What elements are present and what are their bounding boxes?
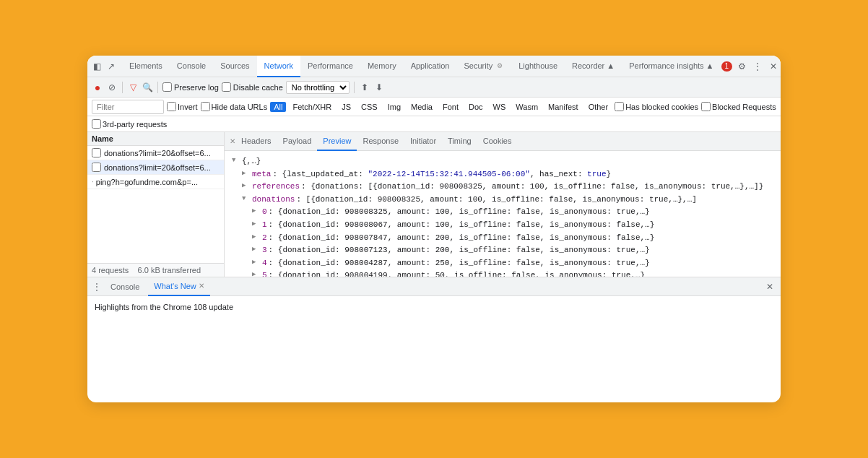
tab-elements[interactable]: Elements (122, 56, 170, 77)
settings-icon[interactable]: ⚙ (735, 60, 748, 73)
filter-all-btn[interactable]: All (270, 102, 286, 112)
blocked-requests-label[interactable]: Blocked Requests (701, 102, 776, 111)
has-blocked-cookies-checkbox[interactable] (615, 102, 624, 111)
hide-data-urls-checkbox[interactable] (201, 102, 210, 111)
request-dot-icon: · (92, 178, 94, 186)
tab-response[interactable]: Response (357, 132, 404, 151)
third-party-label[interactable]: 3rd-party requests (92, 119, 167, 129)
json-triangle-6[interactable]: ▶ (252, 232, 259, 242)
filter-icon[interactable]: ▽ (127, 82, 139, 93)
filter-wasm-btn[interactable]: Wasm (512, 102, 542, 112)
tab-performance-insights[interactable]: Performance insights ▲ (622, 56, 721, 77)
record-icon[interactable]: ● (92, 82, 103, 93)
filter-css-btn[interactable]: CSS (357, 102, 381, 112)
disable-cache-label[interactable]: Disable cache (222, 82, 283, 92)
hide-data-urls-label[interactable]: Hide data URLs (201, 102, 268, 111)
invert-label[interactable]: Invert (167, 102, 198, 111)
tab-memory[interactable]: Memory (360, 56, 404, 77)
tab-cookies[interactable]: Cookies (477, 132, 518, 151)
request-item-3[interactable]: · ping?h=gofundme.com&p=... (87, 175, 224, 189)
json-line-3: ▼ donations : [{donation_id: 908008325, … (232, 194, 773, 207)
main-area: Name donations?limit=20&offset=6... dona… (87, 132, 781, 277)
json-triangle-9[interactable]: ▶ (252, 269, 259, 277)
open-icon[interactable]: ↗ (105, 60, 118, 73)
json-triangle-1[interactable]: ▶ (242, 168, 249, 178)
filter-doc-btn[interactable]: Doc (465, 102, 487, 112)
tab-timing[interactable]: Timing (442, 132, 477, 151)
toolbar-separator-2 (157, 82, 158, 93)
devtools-icons: ◧ ↗ (90, 60, 118, 73)
tab-bar-right: 1 ⚙ ⋮ ✕ (721, 60, 781, 73)
request-checkbox-1[interactable] (92, 148, 101, 157)
tab-initiator[interactable]: Initiator (404, 132, 442, 151)
json-triangle-5[interactable]: ▶ (252, 219, 259, 229)
filter-manifest-btn[interactable]: Manifest (544, 102, 582, 112)
devtools-window: ◧ ↗ Elements Console Sources Network Per… (87, 56, 781, 402)
tab-preview[interactable]: Preview (317, 132, 357, 151)
bottom-right-close: ✕ (763, 280, 776, 293)
toolbar-separator-3 (354, 82, 355, 93)
detail-panel-close[interactable]: ✕ (230, 137, 235, 145)
json-line-1: ▶ meta : {last_updated_at: "2022-12-14T1… (232, 168, 773, 181)
json-preview-content[interactable]: ▼ {,…} ▶ meta : {last_updated_at: "2022-… (225, 151, 781, 277)
json-triangle-8[interactable]: ▶ (252, 257, 259, 267)
tab-payload[interactable]: Payload (277, 132, 318, 151)
dock-icon[interactable]: ◧ (90, 60, 103, 73)
invert-checkbox[interactable] (167, 102, 176, 111)
filter-ws-btn[interactable]: WS (490, 102, 510, 112)
throttle-select[interactable]: No throttling (286, 81, 350, 94)
json-line-0: ▼ {,…} (232, 155, 773, 168)
request-checkbox-2[interactable] (92, 163, 101, 172)
more-icon[interactable]: ⋮ (751, 60, 764, 73)
json-triangle-3[interactable]: ▼ (242, 194, 249, 204)
preserve-log-checkbox[interactable] (162, 82, 172, 92)
request-label-3: ping?h=gofundme.com&p=... (96, 178, 198, 186)
filter-media-btn[interactable]: Media (407, 102, 436, 112)
json-line-7: ▶ 3 : {donation_id: 908007123, amount: 2… (232, 244, 773, 257)
request-item-2[interactable]: donations?limit=20&offset=6... (87, 160, 224, 175)
third-party-checkbox[interactable] (92, 119, 101, 129)
json-triangle-0[interactable]: ▼ (232, 155, 239, 165)
tab-performance[interactable]: Performance (300, 56, 360, 77)
json-triangle-7[interactable]: ▶ (252, 244, 259, 254)
tab-lighthouse[interactable]: Lighthouse (511, 56, 565, 77)
tab-headers[interactable]: Headers (235, 132, 277, 151)
requests-footer: 4 requests 6.0 kB transferred (87, 263, 224, 277)
requests-panel: Name donations?limit=20&offset=6... dona… (87, 132, 225, 277)
filter-other-btn[interactable]: Other (585, 102, 612, 112)
json-triangle-4[interactable]: ▶ (252, 206, 259, 216)
bottom-tab-whats-new[interactable]: What's New ✕ (148, 277, 209, 296)
tab-network[interactable]: Network (257, 56, 300, 77)
bottom-close-icon[interactable]: ✕ (763, 280, 776, 293)
json-triangle-2[interactable]: ▶ (242, 181, 249, 191)
network-toolbar: ● ⊘ ▽ 🔍 Preserve log Disable cache No th… (87, 77, 781, 98)
preserve-log-label[interactable]: Preserve log (162, 82, 219, 92)
top-tab-bar: ◧ ↗ Elements Console Sources Network Per… (87, 56, 781, 77)
export-icon[interactable]: ⬇ (373, 82, 385, 93)
import-icon[interactable]: ⬆ (359, 82, 370, 93)
filter-img-btn[interactable]: Img (384, 102, 404, 112)
filter-input[interactable] (92, 100, 164, 114)
clear-icon[interactable]: ⊘ (106, 82, 118, 93)
close-devtools-icon[interactable]: ✕ (767, 60, 780, 73)
request-item-1[interactable]: donations?limit=20&offset=6... (87, 146, 224, 160)
tab-security[interactable]: Security ⚙ (456, 56, 511, 77)
bottom-menu-icon[interactable]: ⋮ (92, 282, 102, 292)
blocked-requests-checkbox[interactable] (701, 102, 711, 111)
has-blocked-cookies-label[interactable]: Has blocked cookies (615, 102, 698, 111)
filter-js-btn[interactable]: JS (338, 102, 355, 112)
disable-cache-checkbox[interactable] (222, 82, 231, 92)
requests-header: Name (87, 132, 224, 146)
bottom-content: Highlights from the Chrome 108 update (87, 296, 781, 318)
filter-font-btn[interactable]: Font (439, 102, 462, 112)
bottom-tab-close[interactable]: ✕ (199, 282, 204, 290)
search-icon[interactable]: 🔍 (142, 82, 153, 93)
tab-application[interactable]: Application (404, 56, 457, 77)
tab-sources[interactable]: Sources (213, 56, 256, 77)
tab-console[interactable]: Console (170, 56, 213, 77)
bottom-tab-console[interactable]: Console (105, 277, 145, 296)
tab-security-close[interactable]: ⚙ (495, 61, 504, 70)
tab-recorder[interactable]: Recorder ▲ (565, 56, 622, 77)
notification-badge: 1 (721, 61, 733, 72)
filter-fetch-xhr-btn[interactable]: Fetch/XHR (289, 102, 335, 112)
